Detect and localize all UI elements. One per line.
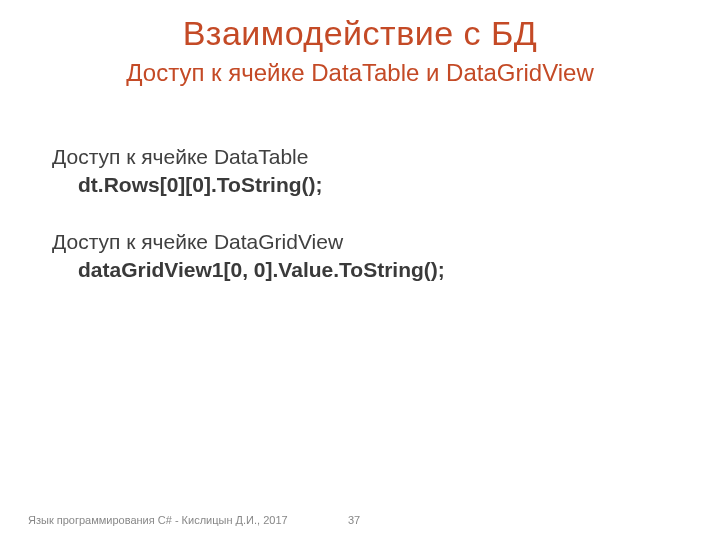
body-text-2: Доступ к ячейке DataGridView — [52, 228, 668, 256]
slide: Взаимодействие с БД Доступ к ячейке Data… — [0, 0, 720, 540]
spacer — [52, 200, 668, 228]
slide-body: Доступ к ячейке DataTable dt.Rows[0][0].… — [0, 143, 720, 284]
footer-credit: Язык программирования C# - Кислицын Д.И.… — [28, 514, 288, 526]
code-snippet-1: dt.Rows[0][0].ToString(); — [52, 171, 668, 199]
footer-page-number: 37 — [348, 514, 360, 526]
slide-subtitle: Доступ к ячейке DataTable и DataGridView — [0, 59, 720, 87]
body-text-1: Доступ к ячейке DataTable — [52, 143, 668, 171]
slide-title: Взаимодействие с БД — [0, 0, 720, 53]
code-snippet-2: dataGridView1[0, 0].Value.ToString(); — [52, 256, 668, 284]
